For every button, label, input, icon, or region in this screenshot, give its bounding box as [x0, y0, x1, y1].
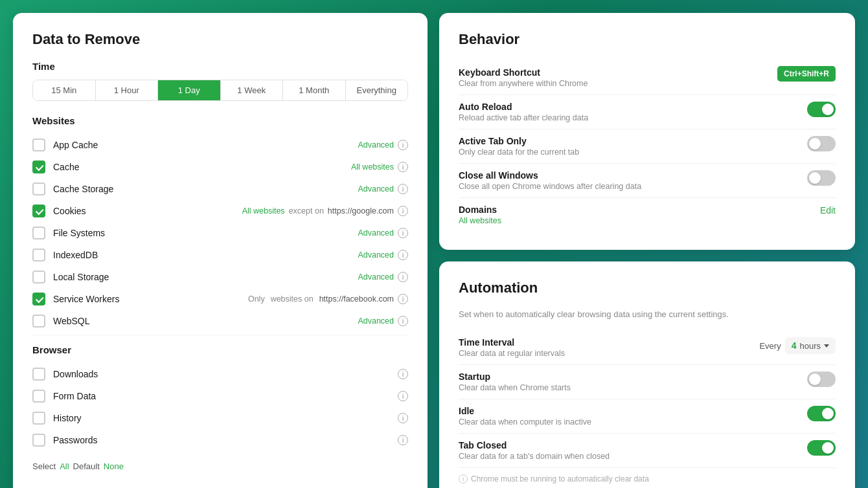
checkbox-cache-storage[interactable] [32, 183, 45, 195]
websites-section-label: Websites [32, 115, 408, 126]
indexeddb-label: IndexedDB [53, 250, 358, 260]
cache-label: Cache [53, 162, 351, 172]
active-tab-toggle[interactable] [807, 136, 836, 151]
automation-title: Automation [459, 280, 836, 296]
chrome-note-text: Chrome must be running to automatically … [471, 474, 649, 483]
tab-1week[interactable]: 1 Week [221, 80, 284, 100]
list-item: Cache Storage Advanced i [32, 178, 408, 200]
cookies-right-mid: except on [289, 206, 324, 216]
checkbox-downloads[interactable] [32, 368, 45, 381]
passwords-label: Passwords [53, 435, 398, 445]
automation-row-time-interval: Time Interval Clear data at regular inte… [459, 331, 836, 365]
downloads-label: Downloads [53, 369, 398, 379]
app-cache-label: App Cache [53, 140, 358, 150]
startup-toggle[interactable] [807, 372, 836, 387]
passwords-info-icon[interactable]: i [398, 435, 408, 445]
list-item: Downloads i [32, 363, 408, 385]
list-item: WebSQL Advanced i [32, 310, 408, 332]
keyboard-shortcut-label: Keyboard Shortcut [459, 67, 768, 78]
file-systems-label: File Systems [53, 228, 358, 238]
time-tabs: 15 Min 1 Hour 1 Day 1 Week 1 Month Every… [32, 80, 408, 101]
note-info-icon: i [459, 474, 468, 483]
cache-storage-info-icon[interactable]: i [398, 184, 408, 194]
list-item: Cache All websites i [32, 156, 408, 178]
local-storage-label: Local Storage [53, 272, 358, 282]
checkbox-local-storage[interactable] [32, 271, 45, 283]
cookies-label: Cookies [53, 206, 242, 216]
select-none-link[interactable]: None [104, 461, 124, 471]
select-row: Select All Default None [32, 461, 408, 471]
startup-sub: Clear data when Chrome starts [459, 383, 798, 392]
close-windows-label: Close all Windows [459, 170, 798, 181]
service-workers-right-site: https://facebook.com [319, 294, 394, 304]
indexeddb-info-icon[interactable]: i [398, 250, 408, 260]
tab-closed-sub: Clear data for a tab's domain when close… [459, 452, 798, 461]
domains-edit-link[interactable]: Edit [820, 205, 836, 216]
cache-storage-label: Cache Storage [53, 184, 358, 194]
websql-info-icon[interactable]: i [398, 316, 408, 326]
checkbox-websql[interactable] [32, 315, 45, 327]
idle-toggle[interactable] [807, 406, 836, 421]
checkbox-service-workers[interactable] [32, 293, 45, 305]
list-item: Cookies All websites except on https://g… [32, 200, 408, 222]
websql-right: Advanced [358, 316, 394, 326]
hours-unit: hours [799, 341, 821, 351]
behavior-row-domains: Domains All websites Edit [459, 198, 836, 232]
tab-closed-toggle[interactable] [807, 440, 836, 456]
checkbox-history[interactable] [32, 412, 45, 425]
list-item: App Cache Advanced i [32, 134, 408, 156]
tab-1hour[interactable]: 1 Hour [96, 80, 159, 100]
automation-row-startup: Startup Clear data when Chrome starts [459, 365, 836, 399]
select-default-link[interactable]: Default [73, 461, 100, 471]
list-item: History i [32, 407, 408, 429]
checkbox-file-systems[interactable] [32, 227, 45, 239]
behavior-row-active-tab: Active Tab Only Only clear data for the … [459, 129, 836, 164]
idle-sub: Clear data when computer is inactive [459, 417, 798, 427]
tab-15min[interactable]: 15 Min [33, 80, 96, 100]
domains-label: Domains [459, 205, 811, 215]
history-info-icon[interactable]: i [398, 413, 408, 423]
auto-reload-sub: Reload active tab after clearing data [459, 113, 798, 122]
tab-everything[interactable]: Everything [346, 80, 408, 100]
form-data-label: Form Data [53, 391, 398, 401]
keyboard-shortcut-badge: Ctrl+Shift+R [777, 66, 836, 82]
cookies-right-pre: All websites [242, 206, 285, 216]
app-cache-right: Advanced [358, 140, 394, 150]
checkbox-cache[interactable] [32, 161, 45, 173]
behavior-row-keyboard: Keyboard Shortcut Clear from anywhere wi… [459, 61, 836, 95]
local-storage-info-icon[interactable]: i [398, 272, 408, 282]
checkbox-form-data[interactable] [32, 390, 45, 403]
cache-right: All websites [351, 162, 394, 172]
tab-1month[interactable]: 1 Month [283, 80, 346, 100]
service-workers-info-icon[interactable]: i [398, 294, 408, 304]
close-windows-toggle[interactable] [807, 170, 836, 186]
behavior-card: Behavior Keyboard Shortcut Clear from an… [439, 13, 855, 250]
cache-info-icon[interactable]: i [398, 162, 408, 172]
left-card-title: Data to Remove [32, 31, 408, 48]
time-section-label: Time [32, 61, 408, 72]
downloads-info-icon[interactable]: i [398, 369, 408, 379]
checkbox-indexeddb[interactable] [32, 249, 45, 261]
local-storage-right: Advanced [358, 272, 394, 282]
automation-row-idle: Idle Clear data when computer is inactiv… [459, 399, 836, 434]
hours-select-dropdown[interactable]: 4 hours [785, 337, 836, 354]
auto-reload-toggle[interactable] [807, 102, 836, 117]
active-tab-sub: Only clear data for the current tab [459, 148, 798, 157]
history-label: History [53, 413, 398, 423]
indexeddb-right: Advanced [358, 250, 394, 260]
checkbox-passwords[interactable] [32, 434, 45, 447]
file-systems-info-icon[interactable]: i [398, 228, 408, 238]
checkbox-app-cache[interactable] [32, 139, 45, 151]
service-workers-right-mid: websites on [271, 294, 314, 304]
hours-value: 4 [792, 340, 797, 351]
checkbox-cookies[interactable] [32, 205, 45, 217]
form-data-info-icon[interactable]: i [398, 391, 408, 401]
select-all-link[interactable]: All [60, 461, 69, 471]
list-item: Service Workers Only websites on https:/… [32, 288, 408, 310]
app-cache-info-icon[interactable]: i [398, 140, 408, 150]
startup-label: Startup [459, 372, 798, 382]
cookies-info-icon[interactable]: i [398, 206, 408, 216]
list-item: Passwords i [32, 429, 408, 451]
keyboard-shortcut-sub: Clear from anywhere within Chrome [459, 79, 768, 88]
tab-1day[interactable]: 1 Day [158, 80, 221, 100]
